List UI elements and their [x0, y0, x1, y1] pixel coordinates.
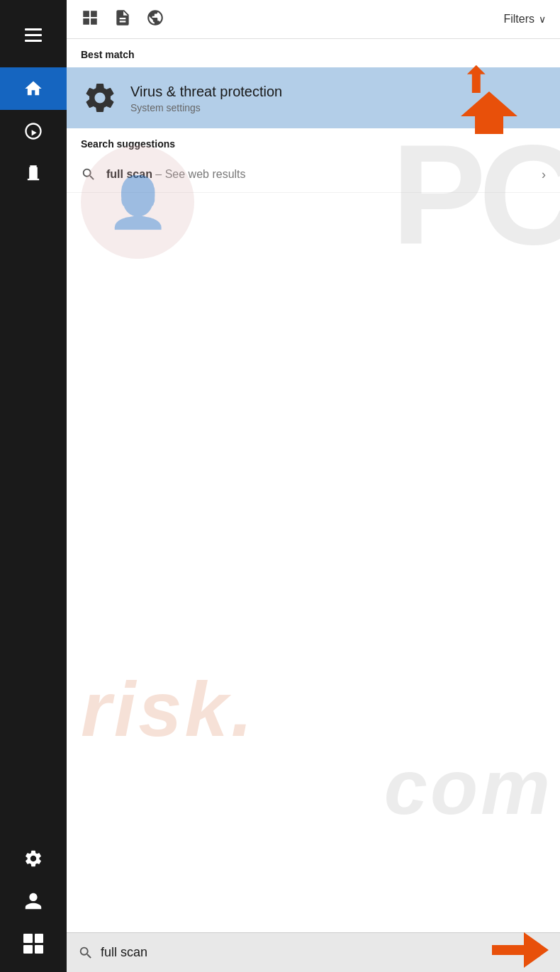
- sidebar-item-home[interactable]: [0, 67, 67, 110]
- watermark-com-text: com: [384, 748, 553, 826]
- chevron-down-icon: ∨: [539, 13, 546, 25]
- media-icon: [23, 121, 43, 141]
- sidebar-item-account[interactable]: [0, 880, 67, 922]
- sidebar-item-windows[interactable]: [0, 922, 67, 965]
- svg-marker-1: [492, 932, 549, 968]
- arrow-annotation-top: ⬆: [461, 62, 517, 134]
- sidebar-bottom: [0, 837, 67, 972]
- suggestion-item[interactable]: full scan – See web results ›: [67, 157, 560, 193]
- suggestion-text: full scan – See web results: [106, 168, 532, 181]
- suggestion-dim-text: – See web results: [152, 168, 246, 180]
- filters-label: Filters: [503, 13, 534, 26]
- topbar-icons: [81, 9, 164, 30]
- suggestion-bold-text: full scan: [106, 168, 152, 180]
- sidebar-item-hamburger[interactable]: [0, 7, 67, 67]
- hamburger-icon: [25, 18, 42, 56]
- gear-icon: [23, 849, 43, 868]
- person-icon: [23, 891, 43, 911]
- globe-icon[interactable]: [146, 9, 164, 30]
- filters-button[interactable]: Filters ∨: [503, 13, 546, 26]
- home-icon: [23, 79, 43, 99]
- watermark: 👤 PC risk. com: [67, 124, 560, 861]
- device-icon: [23, 164, 43, 184]
- topbar: Filters ∨: [67, 0, 560, 39]
- main-panel: Filters ∨ Best match Virus & threat prot…: [67, 0, 560, 972]
- search-suggestions-label: Search suggestions: [67, 128, 560, 157]
- search-bar-icon: [78, 945, 94, 961]
- arrow-annotation-bottom: [492, 932, 549, 973]
- sidebar-item-device[interactable]: [0, 152, 67, 195]
- windows-logo-icon: [23, 934, 43, 954]
- suggestion-chevron-icon: ›: [542, 167, 546, 182]
- search-results-panel: Best match Virus & threat protection Sys…: [67, 39, 560, 932]
- sidebar-top: [0, 7, 67, 195]
- search-input[interactable]: [101, 945, 478, 960]
- best-match-text: Virus & threat protection System setting…: [130, 82, 282, 113]
- best-match-title: Virus & threat protection: [130, 82, 282, 101]
- best-match-item[interactable]: Virus & threat protection System setting…: [67, 67, 560, 128]
- sidebar-item-settings[interactable]: [0, 837, 67, 880]
- best-match-subtitle: System settings: [130, 102, 282, 113]
- search-bar: [67, 932, 560, 972]
- watermark-risk-text: risk.: [81, 670, 255, 748]
- document-icon[interactable]: [113, 9, 132, 30]
- best-match-icon: [81, 79, 119, 117]
- suggestion-search-icon: [81, 167, 96, 182]
- best-match-label: Best match: [67, 39, 560, 67]
- layout-icon[interactable]: [81, 9, 99, 30]
- svg-marker-0: [461, 91, 517, 134]
- sidebar: [0, 0, 67, 972]
- sidebar-item-media[interactable]: [0, 110, 67, 152]
